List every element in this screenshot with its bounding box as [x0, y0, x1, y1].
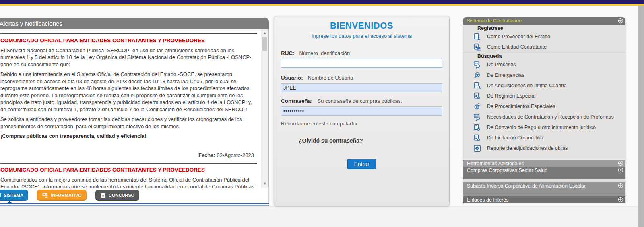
announcement-date: Fecha: 03-Agosto-2023 — [0, 152, 254, 159]
footer-background — [0, 206, 638, 227]
document-badge-icon — [473, 92, 481, 100]
divider — [463, 53, 625, 53]
announcement-slogan: ¡Compras públicas con transparencia, cal… — [0, 133, 257, 140]
menu-item-convenio-pago[interactable]: De Convenio de Pago u otro instrumento j… — [463, 122, 625, 133]
ruc-input[interactable] — [281, 59, 442, 68]
scroll-down-icon[interactable]: ▼ — [261, 181, 268, 187]
menu-item-licitacion-corporativa[interactable]: De Licitación Corporativa — [463, 133, 625, 143]
announcement-heading: COMUNICADO OFICIAL PARA ENTIDADES CONTRA… — [0, 166, 257, 174]
search-medical-icon — [473, 72, 481, 79]
tab-label: INFORMATIVO — [51, 193, 81, 198]
contract-menu-panel: Sistema de Contratación Registrese Como … — [463, 17, 625, 203]
announcement-paragraph: Debido a una intermitencia en el Sistema… — [0, 71, 257, 113]
user-hint: Nombre de Usuario — [308, 75, 353, 81]
document-badge-icon — [473, 124, 481, 131]
login-form: RUC: Número Identificación Usuario: Nomb… — [281, 50, 442, 169]
active-tab-pointer — [7, 201, 12, 203]
ruc-label: RUC: — [281, 50, 295, 56]
tab-label: CONCURSO — [109, 193, 134, 198]
browser-scrollbar[interactable] — [638, 5, 644, 227]
expand-icon[interactable] — [618, 160, 623, 166]
document-search-icon — [473, 82, 481, 90]
document-person-icon — [473, 33, 481, 41]
divider — [0, 33, 257, 34]
login-button[interactable]: Entrar — [347, 159, 376, 169]
menu-item-infima-cuantia[interactable]: De Adquisiciones de ínfima Cuantía — [463, 80, 625, 91]
alerts-tab-bar: SISTEMA INFORMATIVO CONCURSO — [0, 188, 269, 203]
username-input[interactable] — [281, 83, 442, 92]
scrollbar-thumb[interactable] — [262, 37, 267, 51]
alerts-panel-title: Alertas y Notificaciones — [0, 18, 269, 29]
expand-icon[interactable] — [618, 183, 623, 188]
gear-square-icon — [473, 145, 481, 152]
menu-item-entidad[interactable]: Como Entidad Contratante — [463, 42, 625, 52]
announcement-paragraph: Comprometidos con la mejora continua de … — [0, 176, 257, 188]
date-value: 03-Agosto-2023 — [217, 152, 254, 158]
password-hint: Su contraseña de compras públicas. — [318, 98, 402, 104]
alerts-content: COMUNICADO OFICIAL PARA ENTIDADES CONTRA… — [0, 29, 269, 188]
expand-icon[interactable] — [618, 18, 623, 24]
alerts-panel: Alertas y Notificaciones COMUNICADO OFIC… — [0, 18, 269, 206]
remember-me-label[interactable]: Recordarme en este computador — [281, 121, 442, 127]
contract-menu-body: Registrese Como Proveedor del Estado Com… — [463, 25, 625, 160]
section-compras-corporativas-salud[interactable]: Compras Corporativas Sector Salud — [463, 167, 625, 179]
section-subasta-alimentacion-escolar[interactable]: Subasta Inversa Corporativa de Alimentac… — [463, 182, 625, 196]
tab-informativo[interactable]: INFORMATIVO — [37, 190, 86, 201]
login-title: BIENVENIDOS — [274, 20, 449, 31]
announcement-heading: COMUNICADO OFICIAL PARA ENTIDADES CONTRA… — [0, 37, 257, 44]
expand-icon[interactable] — [618, 167, 623, 173]
ruc-label-row: RUC: Número Identificación — [281, 50, 442, 56]
announcement-paragraph: Se solicita a entidades y proveedores to… — [0, 116, 257, 130]
calculator-search-icon — [473, 61, 481, 69]
ruc-hint: Número Identificación — [299, 50, 350, 56]
login-panel: BIENVENIDOS Ingrese los datos para el ac… — [274, 16, 450, 206]
menu-item-proveedor[interactable]: Como Proveedor del Estado — [463, 31, 625, 42]
date-label: Fecha: — [198, 152, 215, 158]
scroll-up-icon[interactable]: ▲ — [261, 30, 268, 36]
login-subtitle: Ingrese los datos para el acceso al sist… — [274, 33, 449, 39]
search-section-heading: Búsqueda — [463, 53, 625, 59]
target-icon — [473, 103, 481, 110]
calculator-search-icon — [473, 113, 481, 121]
monitor-icon — [0, 192, 1, 198]
tab-label: SISTEMA — [4, 193, 23, 198]
presenter-icon — [42, 192, 48, 198]
password-label: Contraseña: — [281, 98, 313, 104]
page: Alertas y Notificaciones COMUNICADO OFIC… — [0, 0, 644, 227]
menu-item-procedimientos-especiales[interactable]: De Procedimientos Especiales — [463, 101, 625, 112]
user-label-row: Usuario: Nombre de Usuario — [281, 75, 442, 81]
menu-item-procesos[interactable]: De Procesos — [463, 59, 625, 70]
expand-icon[interactable] — [618, 197, 623, 202]
contract-menu-title: Sistema de Contratación — [466, 18, 522, 24]
menu-item-emergencias[interactable]: De Emergencias — [463, 70, 625, 80]
divider — [0, 163, 257, 164]
top-navy-bar — [0, 0, 644, 4]
menu-item-regimen-especial[interactable]: De Régimen Especial — [463, 91, 625, 101]
menu-item-necesidades-proformas[interactable]: Necesidades de Contratación y Recepción … — [463, 112, 625, 122]
tab-sistema[interactable]: SISTEMA — [0, 190, 28, 201]
alerts-scrollbar[interactable]: ▲ ▼ — [261, 29, 268, 188]
password-label-row: Contraseña: Su contraseña de compras púb… — [281, 98, 442, 104]
tab-concurso[interactable]: CONCURSO — [95, 190, 139, 201]
gold-accent-line — [0, 4, 644, 6]
register-section-heading: Registrese — [463, 25, 625, 31]
menu-item-reporte-obras[interactable]: Reporte de adjudicaciones de obras — [463, 143, 625, 153]
forgot-password-link[interactable]: ¿Olvidó su contraseña? — [299, 137, 363, 144]
password-input[interactable] — [281, 106, 442, 116]
section-enlaces-de-interes[interactable]: Enlaces de Interés — [463, 196, 625, 203]
user-label: Usuario: — [281, 75, 303, 81]
document-people-icon — [473, 43, 481, 51]
announcement-paragraph: El Servicio Nacional de Contratación Púb… — [0, 47, 257, 68]
document-badge-icon — [473, 134, 481, 142]
document-icon — [100, 192, 106, 198]
section-herramientas-adicionales[interactable]: Herramientas Adicionales — [463, 160, 625, 167]
contract-menu-header[interactable]: Sistema de Contratación — [463, 17, 625, 25]
divider — [0, 205, 269, 206]
